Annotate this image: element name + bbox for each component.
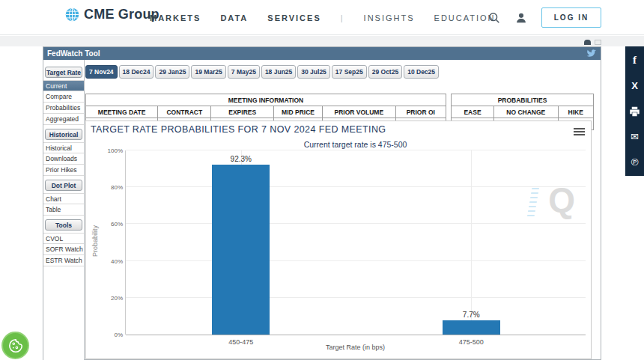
- user-icon[interactable]: [514, 11, 528, 25]
- tab-19-mar25[interactable]: 19 Mar25: [191, 65, 225, 79]
- sidebar-item-historical[interactable]: Historical: [43, 142, 84, 153]
- y-tick-80%: 80%: [111, 184, 123, 191]
- sidebar-item-aggregated[interactable]: Aggregated: [43, 114, 84, 125]
- column-header-prior-oi: PRIOR OI: [395, 106, 446, 118]
- sidebar-item-compare[interactable]: Compare: [43, 91, 84, 103]
- top-nav: CME Group MARKETSDATASERVICES|INSIGHTSED…: [0, 0, 644, 35]
- cookie-consent-button[interactable]: [1, 332, 29, 359]
- sidebar-header-dot-plot: Dot Plot: [45, 180, 82, 191]
- y-tick-100%: 100%: [108, 147, 123, 154]
- globe-icon: [64, 7, 80, 22]
- sidebar-item-sofr-watch[interactable]: SOFR Watch: [43, 244, 84, 255]
- sidebar-item-estr-watch[interactable]: ESTR Watch: [43, 255, 84, 266]
- column-header-mid-price: MID PRICE: [274, 106, 323, 118]
- facebook-icon[interactable]: f: [627, 52, 643, 68]
- y-tick-60%: 60%: [111, 221, 123, 228]
- tab-7-nov24[interactable]: 7 Nov24: [85, 65, 118, 79]
- tab-7-may25[interactable]: 7 May25: [228, 65, 260, 79]
- nav-item-insights[interactable]: INSIGHTS: [364, 13, 415, 22]
- fedwatch-header: FedWatch Tool: [43, 47, 601, 60]
- bar-value-450-475: 92.3%: [231, 155, 252, 165]
- column-header-expires: EXPIRES: [211, 106, 274, 118]
- x-icon[interactable]: X: [627, 78, 643, 94]
- tab-17-sep25[interactable]: 17 Sep25: [332, 65, 367, 79]
- bar-475-500: [443, 320, 500, 335]
- meeting-info-title: MEETING INFORMATION: [86, 94, 446, 106]
- y-tick-20%: 20%: [111, 294, 123, 301]
- fedwatch-main: 7 Nov2418 Dec2429 Jan2519 Mar257 May2518…: [85, 60, 601, 360]
- column-header-ease: EASE: [452, 106, 494, 118]
- probability-chart: TARGET RATE PROBABILITIES FOR 7 NOV 2024…: [85, 120, 592, 359]
- fedwatch-widget: FedWatch Tool Target RateCurrentCompareP…: [43, 46, 601, 360]
- quikstrike-watermark: Q: [548, 183, 575, 217]
- x-axis-label: Target Rate (in bps): [125, 344, 586, 351]
- login-button[interactable]: LOG IN: [541, 7, 601, 28]
- nav-item-services[interactable]: SERVICES: [267, 13, 321, 22]
- tab-10-dec25[interactable]: 10 Dec25: [404, 65, 439, 79]
- gridline-40%: [126, 260, 586, 261]
- sidebar-header-historical: Historical: [45, 129, 82, 140]
- print-icon[interactable]: [627, 103, 643, 119]
- y-axis-label: Probability: [91, 204, 99, 278]
- gridline-80%: [126, 186, 586, 187]
- nav-item-education[interactable]: EDUCATION: [434, 13, 496, 22]
- sidebar-item-probabilities[interactable]: Probabilities: [43, 103, 84, 114]
- fedwatch-sidebar: Target RateCurrentCompareProbabilitiesAg…: [43, 60, 85, 360]
- bar-value-475-500: 7.7%: [463, 311, 480, 320]
- chart-menu-icon[interactable]: [574, 128, 585, 137]
- meeting-date-tabs: 7 Nov2418 Dec2429 Jan2519 Mar257 May2518…: [85, 65, 439, 79]
- sidebar-section-tools: ToolsCVOLSOFR WatchESTR Watch: [43, 219, 84, 266]
- quikstrike-stripes: [527, 188, 539, 216]
- nav-separator: |: [341, 13, 344, 22]
- probabilities-title: PROBABILITIES: [452, 94, 594, 106]
- plot-area: Q 0%20%40%60%80%100%92.3%450-4757.7%475-…: [125, 150, 586, 335]
- gridline-0%: [126, 335, 586, 335]
- sidebar-section-dot-plot: Dot PlotChartTable: [43, 180, 84, 216]
- page-subheader-band: [0, 36, 644, 46]
- sidebar-item-downloads[interactable]: Downloads: [43, 153, 84, 165]
- sidebar-item-cvol[interactable]: CVOL: [43, 233, 84, 244]
- chart-subtitle: Current target rate is 475-500: [125, 140, 586, 149]
- gridline-100%: [126, 150, 586, 150]
- sidebar-item-chart[interactable]: Chart: [43, 193, 84, 204]
- tab-30-jul25[interactable]: 30 Jul25: [297, 65, 330, 79]
- column-header-no-change: NO CHANGE: [494, 106, 559, 118]
- tab-18-jun25[interactable]: 18 Jun25: [261, 65, 296, 79]
- sidebar-item-table[interactable]: Table: [43, 204, 84, 216]
- cropped-icon-b: [595, 40, 601, 45]
- cropped-icon-a: [584, 40, 591, 45]
- bar-450-475: [212, 165, 270, 335]
- column-header-contract: CONTRACT: [158, 106, 211, 118]
- nav-item-markets[interactable]: MARKETS: [150, 13, 201, 22]
- tab-18-dec24[interactable]: 18 Dec24: [119, 65, 154, 79]
- y-tick-0%: 0%: [114, 332, 123, 338]
- column-header-meeting-date: MEETING DATE: [86, 106, 158, 118]
- sidebar-section-historical: HistoricalHistoricalDownloadsPrior Hikes: [43, 129, 84, 176]
- cookie-icon: [7, 338, 24, 354]
- chart-title: TARGET RATE PROBABILITIES FOR 7 NOV 2024…: [91, 124, 386, 135]
- column-header-prior-volume: PRIOR VOLUME: [322, 106, 395, 118]
- category-gridline-475-500: [471, 150, 472, 335]
- sidebar-item-prior-hikes[interactable]: Prior Hikes: [43, 165, 84, 176]
- tab-29-oct25[interactable]: 29 Oct25: [368, 65, 402, 79]
- search-icon[interactable]: [487, 11, 501, 25]
- tab-29-jan25[interactable]: 29 Jan25: [155, 65, 189, 79]
- y-tick-40%: 40%: [111, 257, 123, 264]
- sidebar-section-target-rate: Target RateCurrentCompareProbabilitiesAg…: [43, 67, 84, 125]
- pinterest-icon[interactable]: ℗: [627, 154, 643, 170]
- gridline-20%: [126, 297, 586, 298]
- sidebar-header-target-rate: Target Rate: [45, 67, 82, 78]
- nav-menu: MARKETSDATASERVICES|INSIGHTSEDUCATION: [150, 0, 496, 35]
- email-icon[interactable]: ✉: [627, 129, 643, 144]
- sidebar-header-tools: Tools: [45, 219, 82, 231]
- gridline-60%: [126, 223, 586, 224]
- social-share-bar: fX✉℗: [625, 46, 644, 176]
- twitter-icon[interactable]: [586, 49, 597, 58]
- cme-logo[interactable]: CME Group: [64, 7, 160, 22]
- column-header-hike: HIKE: [558, 106, 594, 118]
- nav-item-data[interactable]: DATA: [220, 13, 248, 22]
- sidebar-item-current[interactable]: Current: [43, 80, 84, 91]
- fedwatch-title: FedWatch Tool: [47, 49, 586, 58]
- brand-text: CME Group: [84, 7, 160, 22]
